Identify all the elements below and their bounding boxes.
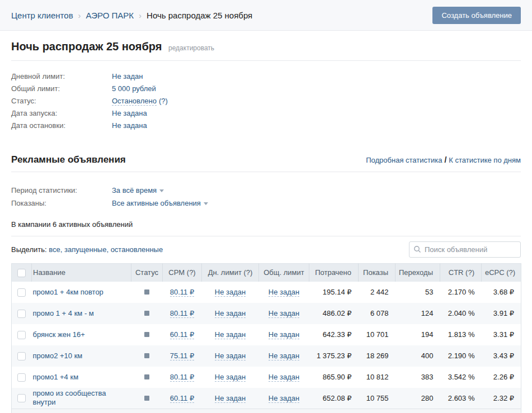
campaign-info-text: В кампании 6 активных объявлений [11, 220, 521, 236]
ad-name-link[interactable]: промо1 + 4км повтор [33, 288, 103, 296]
search-icon [413, 245, 421, 253]
row-checkbox[interactable] [17, 352, 26, 360]
status-stopped-icon [144, 311, 149, 316]
table-row: промо2 +10 км 75.11 ₽ Не задан Не задан … [12, 345, 521, 367]
table-header-row: Название Статус CPM (?) Дн. лимит (?) Об… [12, 264, 521, 282]
daily-limit-editable[interactable]: Не задан [215, 394, 246, 403]
stop-date-value[interactable]: Не задана [112, 120, 147, 132]
total-limit-editable[interactable]: Не задан [269, 309, 299, 318]
breadcrumb-cabinet[interactable]: АЭРО ПАРК [86, 11, 134, 20]
total-spent: 4 216.70 ₽ [309, 409, 359, 413]
total-limit-editable[interactable]: Не задан [269, 352, 299, 360]
ecpc-value: 3.91 ₽ [482, 303, 521, 324]
status-label: Статус: [11, 95, 112, 107]
header-clicks: Переходы [396, 264, 440, 282]
cpm-editable[interactable]: 80.11 ₽ [170, 373, 194, 382]
ctr-value: 3.542 % [440, 367, 482, 388]
edit-campaign-link[interactable]: редактировать [168, 44, 214, 52]
impressions-value: 10 755 [359, 388, 396, 409]
ctr-value: 2.040 % [440, 303, 482, 324]
spent-value: 865.90 ₽ [309, 367, 359, 388]
search-input[interactable] [409, 241, 521, 258]
create-ad-button[interactable]: Создать объявление [432, 7, 521, 24]
total-ctr: 2.428 % [440, 409, 482, 413]
select-stopped-link[interactable]: остановленные [111, 245, 163, 254]
impressions-value: 2 442 [359, 282, 396, 303]
page-title: Ночь распродаж 25 ноября [11, 40, 162, 53]
campaign-fields: Дневной лимит: Не задан Общий лимит: 5 0… [11, 61, 521, 136]
daily-limit-value[interactable]: Не задан [112, 70, 143, 83]
ctr-value: 2.190 % [440, 345, 482, 367]
header-daily-limit: Дн. лимит (?) [202, 264, 259, 282]
cpm-editable[interactable]: 60.11 ₽ [170, 330, 194, 339]
row-checkbox[interactable] [17, 373, 26, 382]
daily-limit-editable[interactable]: Не задан [215, 330, 246, 339]
total-impressions: 59 057 [359, 409, 396, 413]
topbar: Центр клиентов › АЭРО ПАРК › Ночь распро… [0, 0, 532, 31]
total-limit-editable[interactable]: Не задан [269, 288, 299, 297]
impressions-value: 10 812 [359, 367, 396, 388]
total-limit-label: Общий лимит: [11, 83, 112, 95]
daily-limit-editable[interactable]: Не задан [215, 352, 246, 360]
total-label: Всего [12, 409, 309, 413]
total-limit-value[interactable]: 5 000 рублей [112, 83, 156, 95]
ad-name-link[interactable]: брянск жен 16+ [33, 330, 85, 339]
select-running-link[interactable]: запущенные, [64, 245, 109, 254]
period-label: Период статистики: [11, 184, 112, 197]
ad-name-link[interactable]: промо из сообщества внутри [33, 389, 106, 406]
ad-name-link[interactable]: промо1 +4 км [33, 373, 79, 381]
spent-value: 486.02 ₽ [309, 303, 359, 324]
ecpc-value: 2.26 ₽ [482, 367, 521, 388]
total-limit-editable[interactable]: Не задан [269, 394, 299, 403]
daily-limit-editable[interactable]: Не задан [215, 373, 246, 382]
cpm-editable[interactable]: 75.11 ₽ [170, 352, 194, 360]
row-checkbox[interactable] [17, 394, 26, 402]
table-row: промо1 + 4км повтор 80.11 ₽ Не задан Не … [12, 282, 521, 303]
status-stopped-icon [144, 396, 149, 401]
table-row: промо из сообщества внутри 60.11 ₽ Не за… [12, 388, 521, 409]
header-status: Статус [131, 264, 163, 282]
ad-name-link[interactable]: промо 1 + 4 км - м [33, 309, 94, 317]
header-cpm: CPM (?) [163, 264, 202, 282]
shown-dropdown[interactable]: Все активные объявления [112, 197, 208, 210]
status-value[interactable]: Остановлено [112, 97, 157, 106]
daily-limit-editable[interactable]: Не задан [215, 288, 246, 297]
status-help-icon[interactable]: (?) [159, 97, 168, 105]
detailed-stats-link[interactable]: Подробная статистика [366, 156, 442, 164]
ads-table: Название Статус CPM (?) Дн. лимит (?) Об… [11, 263, 521, 413]
daily-limit-editable[interactable]: Не задан [215, 309, 246, 318]
spent-value: 652.08 ₽ [309, 388, 359, 409]
breadcrumb-clients-center[interactable]: Центр клиентов [11, 11, 73, 20]
row-checkbox[interactable] [17, 288, 26, 297]
ctr-value: 2.603 % [440, 388, 482, 409]
clicks-value: 194 [396, 324, 440, 345]
start-date-value[interactable]: Не задана [112, 107, 147, 120]
impressions-value: 6 078 [359, 303, 396, 324]
total-limit-editable[interactable]: Не задан [269, 373, 299, 382]
breadcrumb-separator-icon: › [78, 11, 81, 20]
ecpc-value: 2.32 ₽ [482, 388, 521, 409]
row-checkbox[interactable] [17, 310, 26, 318]
clicks-value: 124 [396, 303, 440, 324]
clicks-value: 53 [396, 282, 440, 303]
table-total-row: Всего 4 216.70 ₽ 59 057 1 434 2.428 % 2.… [12, 409, 521, 413]
select-links: Выделить: все, запущенные, остановленные [11, 245, 163, 254]
ad-name-link[interactable]: промо2 +10 км [33, 352, 83, 360]
cpm-editable[interactable]: 80.11 ₽ [170, 288, 194, 297]
select-all-link[interactable]: все, [49, 245, 62, 254]
select-all-checkbox[interactable] [17, 269, 26, 277]
spent-value: 642.33 ₽ [309, 324, 359, 345]
start-date-label: Дата запуска: [11, 107, 112, 120]
row-checkbox[interactable] [17, 331, 26, 339]
clicks-value: 400 [396, 345, 440, 367]
shown-label: Показаны: [11, 197, 112, 210]
spent-value: 1 375.23 ₽ [309, 345, 359, 367]
daily-stats-link[interactable]: К статистике по дням [449, 156, 521, 164]
cpm-editable[interactable]: 60.11 ₽ [170, 394, 194, 403]
period-dropdown[interactable]: За всё время [112, 184, 164, 197]
total-limit-editable[interactable]: Не задан [269, 330, 299, 339]
impressions-value: 10 701 [359, 324, 396, 345]
ctr-value: 2.170 % [440, 282, 482, 303]
cpm-editable[interactable]: 80.11 ₽ [170, 309, 194, 318]
ctr-value: 1.813 % [440, 324, 482, 345]
